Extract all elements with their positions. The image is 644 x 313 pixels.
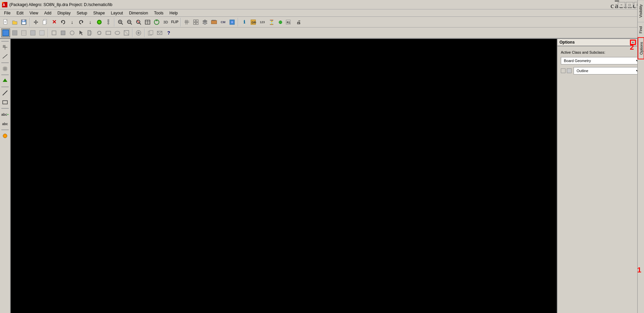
svg-point-68 (70, 31, 74, 35)
annotation-badge-2: 2 (630, 43, 634, 52)
tb-layers[interactable] (201, 18, 209, 27)
tb-3d[interactable]: 3D (161, 18, 170, 27)
subclass-checkbox[interactable] (561, 68, 566, 73)
menu-shape[interactable]: Shape (91, 10, 108, 16)
visibility-tab[interactable]: Visibility (638, 0, 644, 22)
tb2-cut[interactable] (122, 29, 131, 37)
find-tab[interactable]: Find (638, 22, 644, 37)
sidebar-measure[interactable] (1, 52, 9, 61)
tb2-oval[interactable] (113, 29, 122, 37)
class-dropdown[interactable]: Board Geometry Etch Package Geometry (561, 57, 641, 64)
class-dropdown-wrapper[interactable]: Board Geometry Etch Package Geometry (561, 57, 641, 64)
sidebar-text[interactable]: abc (1, 119, 9, 128)
menu-display[interactable]: Display (55, 10, 73, 16)
tb2-box[interactable] (50, 29, 58, 37)
sidebar-arrow[interactable] (1, 76, 9, 85)
tb2-layer-active[interactable] (1, 29, 10, 37)
tb-down1[interactable]: ↓ (68, 18, 76, 27)
tb2-grey[interactable] (10, 29, 19, 37)
sidebar-snap[interactable] (1, 43, 9, 52)
tb2-copy2[interactable] (146, 29, 155, 37)
svg-marker-12 (34, 21, 35, 23)
menu-add[interactable]: Add (42, 10, 54, 16)
tb-undo[interactable] (59, 18, 67, 27)
tb2-help[interactable]: ? (164, 29, 173, 37)
menu-edit[interactable]: Edit (14, 10, 26, 16)
svg-rect-50 (212, 20, 213, 21)
tb-timer[interactable]: ⏳ (267, 18, 276, 27)
annotation-badge-1: 1 (637, 266, 641, 274)
tb-open[interactable] (10, 18, 19, 27)
tb-down2[interactable]: ↓ (86, 18, 95, 27)
menu-help[interactable]: Help (167, 10, 180, 16)
svg-rect-60 (12, 31, 17, 35)
tb-zoom-world[interactable] (143, 18, 152, 27)
tb2-cursor[interactable] (77, 29, 86, 37)
tb2-grey3[interactable] (38, 29, 46, 37)
subclass-dropdown[interactable]: Outline Dimension Place_Bound_Top (574, 67, 641, 74)
tb-move[interactable] (32, 18, 40, 27)
svg-marker-48 (203, 22, 207, 24)
svg-point-14 (35, 21, 37, 23)
tb-drc[interactable]: DRC (249, 18, 258, 27)
tb2-envelope[interactable] (155, 29, 164, 37)
tb-r1[interactable]: R1 (285, 18, 294, 27)
tb-grid2[interactable] (192, 18, 200, 27)
toolbar2-sep-2 (132, 29, 133, 37)
menu-dimension[interactable]: Dimension (126, 10, 151, 16)
tb-components[interactable] (210, 18, 218, 27)
tb2-refresh[interactable] (95, 29, 104, 37)
tb-cm[interactable]: CM (219, 18, 227, 27)
canvas-area[interactable] (11, 39, 557, 313)
svg-rect-8 (22, 20, 24, 21)
sidebar-line[interactable] (1, 89, 9, 97)
sidebar-rect[interactable] (1, 98, 9, 107)
tb2-photo[interactable] (134, 29, 143, 37)
tb2-circle[interactable] (68, 29, 76, 37)
tb-redraw[interactable] (152, 18, 161, 27)
tb-save[interactable] (19, 18, 28, 27)
svg-point-75 (115, 31, 120, 35)
tb2-rect[interactable] (104, 29, 113, 37)
tb2-filled-box[interactable] (59, 29, 67, 37)
svg-rect-65 (40, 31, 44, 35)
sidebar-color[interactable] (1, 132, 9, 140)
sidebar-text-add[interactable]: abc+ (1, 110, 9, 119)
svg-marker-96 (3, 79, 7, 82)
minimize-button[interactable]: − (618, 2, 625, 7)
options-tab[interactable]: Options (638, 37, 644, 59)
sidebar-grid[interactable] (1, 64, 9, 73)
svg-text:DRC: DRC (252, 21, 256, 24)
tb-redo[interactable] (77, 18, 86, 27)
tb-copy[interactable] (41, 18, 49, 27)
subclass-dropdown-wrapper[interactable]: Outline Dimension Place_Bound_Top (574, 67, 641, 74)
menu-view[interactable]: View (27, 10, 41, 16)
svg-line-25 (121, 23, 123, 24)
svg-rect-66 (52, 31, 56, 35)
tb-zoom-in[interactable] (116, 18, 125, 27)
tb-flip[interactable]: FLIP (170, 18, 179, 27)
svg-rect-9 (22, 22, 25, 24)
tb-pcb[interactable] (228, 18, 236, 27)
tb-ratsnest[interactable] (95, 18, 104, 27)
svg-marker-17 (61, 21, 63, 23)
menu-file[interactable]: File (1, 10, 13, 16)
tb2-path[interactable] (86, 29, 95, 37)
tb-info[interactable]: ℹ (240, 18, 249, 27)
tb-delete[interactable]: ✕ (50, 18, 58, 27)
svg-rect-5 (4, 21, 6, 22)
tb2-crosshatch[interactable] (19, 29, 28, 37)
tb-zoom-fit[interactable] (134, 18, 143, 27)
menu-layout[interactable]: Layout (108, 10, 126, 16)
tb-zoom-out[interactable] (125, 18, 134, 27)
tb-add-connect[interactable]: ⊕ (276, 18, 285, 27)
tb-numbers[interactable]: 123 (258, 18, 267, 27)
tb-pin[interactable] (104, 18, 113, 27)
maximize-button[interactable]: □ (626, 2, 633, 7)
tb-new[interactable] (1, 18, 10, 27)
tb-print[interactable]: 🖨 (294, 18, 303, 27)
tb2-grey2[interactable] (29, 29, 37, 37)
menu-setup[interactable]: Setup (74, 10, 90, 16)
tb-grid[interactable] (182, 18, 191, 27)
menu-tools[interactable]: Tools (151, 10, 166, 16)
